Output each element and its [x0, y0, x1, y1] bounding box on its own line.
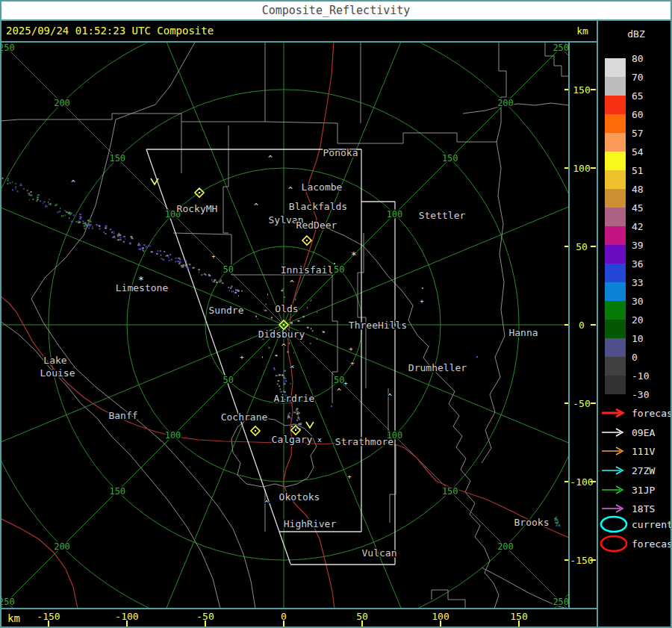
- radial-line: [27, 0, 284, 325]
- storm-arrow-marker: [306, 422, 314, 428]
- border-top: [0, 0, 672, 1]
- ring-label-200: 200: [497, 98, 514, 108]
- colorbar-block-54: [605, 152, 626, 170]
- city-label-blackfalds: Blackfalds: [289, 201, 347, 212]
- colorbar-block-10: [605, 338, 626, 357]
- legend-glyphs: [601, 409, 626, 551]
- ring-label-150: 150: [109, 486, 125, 497]
- map-bottom-border: [0, 608, 598, 609]
- radar-site-marker: [195, 188, 204, 197]
- echo-cluster: [554, 516, 560, 526]
- highway-line: [0, 518, 78, 609]
- ring-label-50: 50: [334, 264, 344, 275]
- boundary-line: [0, 114, 265, 122]
- colorbar-block-20: [605, 320, 626, 338]
- city-label-threehills: ThreeHills: [349, 320, 407, 331]
- boundary-line: [463, 103, 569, 114]
- city-label-olds: Olds: [275, 303, 298, 314]
- echo-dot: [476, 356, 478, 358]
- colorbar-block-48: [605, 189, 626, 208]
- map-symbol-caret: ^: [290, 279, 294, 287]
- city-label-ponoka: Ponoka: [323, 147, 358, 158]
- ring-label-150: 150: [442, 486, 458, 497]
- colorbar-block-65: [605, 96, 626, 114]
- colorbar-label: 42: [632, 221, 662, 232]
- radar-site-marker: [302, 236, 311, 245]
- colorbar-block-36: [605, 264, 626, 282]
- right-axis-tick: [591, 167, 596, 169]
- panel-divider: [597, 19, 598, 628]
- city-label-banff: Banff: [108, 410, 137, 421]
- colorbar-label: 45: [632, 202, 662, 214]
- boundary-line: [497, 41, 506, 142]
- right-axis-tick: [591, 402, 596, 404]
- colorbar-label: 65: [632, 90, 662, 102]
- legend-arrow-icon: [602, 467, 623, 474]
- ring-label-100: 100: [165, 430, 181, 441]
- titlebar-divider: [0, 19, 672, 21]
- legend-ellipse-label: forecast: [632, 538, 672, 550]
- colorbar-label: 36: [632, 258, 662, 270]
- city-label-lake: Lake: [43, 355, 66, 366]
- colorbar-block--10: [605, 376, 626, 394]
- colorbar-label: -30: [632, 389, 662, 400]
- boundary-line: [0, 321, 220, 609]
- city-label-hanna: Hanna: [508, 327, 538, 338]
- colorbar-block-0: [605, 357, 626, 376]
- city-label-drumheller: Drumheller: [408, 362, 467, 373]
- map-symbol-asterisk: *: [351, 249, 357, 261]
- city-label-cochrane: Cochrane: [221, 411, 268, 423]
- city-label-lacombe: Lacombe: [302, 181, 343, 193]
- ring-label-150: 150: [442, 153, 458, 164]
- city-label-highriver: HighRiver: [284, 518, 337, 529]
- legend-track-label: forecast: [632, 408, 672, 419]
- map-right-border: [568, 41, 570, 609]
- ring-label-50: 50: [223, 375, 234, 385]
- city-label-strathmore: Strathmore: [335, 436, 393, 447]
- legend-arrow-icon: [602, 486, 623, 494]
- ring-label-100: 100: [387, 209, 403, 220]
- legend-arrow-icon: [602, 429, 623, 436]
- map-symbol-asterisk: *: [138, 274, 144, 285]
- radial-line: [284, 0, 541, 325]
- city-label-louise: Louise: [40, 367, 75, 379]
- map-symbol-plus: +: [211, 252, 216, 260]
- colorbar-label: -10: [632, 370, 662, 382]
- map-symbol-caret: ^: [71, 179, 75, 187]
- colorbar-block-30: [605, 301, 626, 320]
- colorbar-label: 20: [632, 314, 662, 326]
- colorbar-block-33: [605, 282, 626, 301]
- map-symbol-caret: ^: [337, 388, 341, 396]
- bottom-axis-unit-label: km: [7, 612, 20, 624]
- colorbar-block-51: [605, 170, 626, 189]
- map-symbol-plus: +: [343, 379, 348, 387]
- echo-cluster: [1, 178, 93, 229]
- city-label-vulcan: Vulcan: [362, 547, 397, 559]
- colorbar-title: dBZ: [618, 28, 654, 40]
- radial-line: [0, 325, 284, 582]
- colorbar-label: 60: [632, 109, 662, 120]
- map-symbol-caret: ^: [388, 393, 392, 401]
- legend-arrow-icon: [602, 447, 623, 455]
- city-label-rockymh: RockyMH: [177, 203, 218, 214]
- map-symbol-caret: ^: [288, 186, 293, 194]
- legend-ellipse-icon: [601, 517, 626, 532]
- colorbar-label: 10: [632, 333, 662, 344]
- boundary-line: [432, 590, 465, 609]
- right-axis-tick: [591, 246, 596, 247]
- colorbar-block-70: [605, 77, 626, 96]
- colorbar-block-45: [605, 208, 626, 226]
- echo-cluster: [83, 223, 189, 270]
- city-label-brooks: Brooks: [514, 517, 550, 528]
- city-label-calgary: Calgary: [272, 434, 313, 445]
- colorbar-block-57: [605, 133, 626, 152]
- echo-dot: [422, 287, 423, 289]
- border-left: [0, 0, 1, 628]
- ring-label-150: 150: [109, 153, 125, 164]
- city-label-stettler: Stettler: [419, 210, 466, 221]
- map-symbol-plus: +: [420, 297, 424, 305]
- colorbar-label: 80: [632, 53, 662, 64]
- colorbar-label: 33: [632, 277, 662, 288]
- colorbar-label: 54: [632, 146, 662, 158]
- colorbar-label: 51: [632, 165, 662, 176]
